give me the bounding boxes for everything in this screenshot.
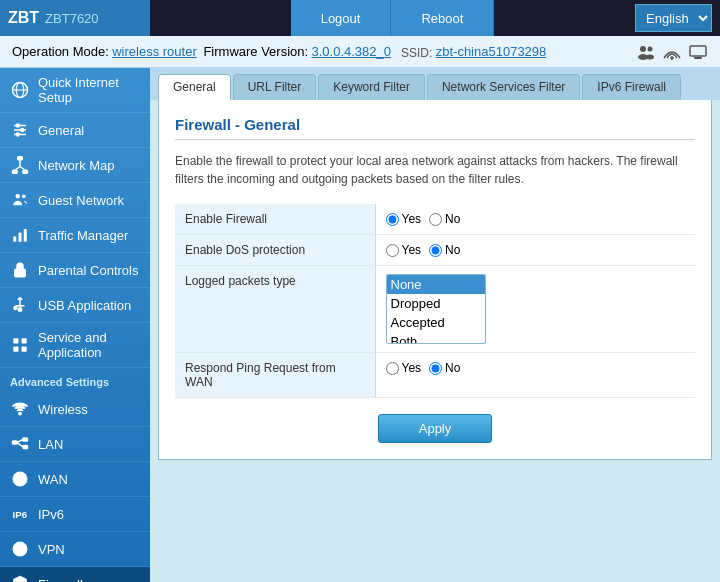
apply-button[interactable]: Apply <box>378 414 493 443</box>
svg-line-21 <box>20 167 25 171</box>
logo-model: ZBT7620 <box>45 11 98 26</box>
reboot-button[interactable]: Reboot <box>391 0 494 36</box>
option-both[interactable]: Both <box>387 332 485 344</box>
logged-packets-select[interactable]: None Dropped Accepted Both <box>386 274 486 344</box>
wan-icon <box>10 469 30 489</box>
sidebar-item-guest-network[interactable]: Guest Network <box>0 183 150 218</box>
svg-line-38 <box>17 440 23 443</box>
sidebar-item-usb-application[interactable]: USB Application <box>0 288 150 323</box>
svg-rect-29 <box>19 308 22 311</box>
svg-rect-16 <box>18 157 23 160</box>
sidebar-item-quick-internet-setup[interactable]: Quick Internet Setup <box>0 68 150 113</box>
ssid-value[interactable]: zbt-china51073298 <box>436 44 547 59</box>
field-value-respond-ping: Yes No <box>375 353 695 398</box>
sidebar-item-label: Wireless <box>38 402 88 417</box>
form-table: Enable Firewall Yes No <box>175 204 695 398</box>
firmware-link[interactable]: 3.0.0.4.382_0 <box>311 44 391 59</box>
enable-firewall-yes[interactable]: Yes <box>386 212 422 226</box>
network-icon <box>10 155 30 175</box>
sidebar-item-label: Service and Application <box>38 330 140 360</box>
svg-point-13 <box>16 124 19 127</box>
dos-protection-no[interactable]: No <box>429 243 460 257</box>
svg-point-34 <box>19 412 21 414</box>
svg-rect-33 <box>22 347 27 352</box>
svg-rect-18 <box>23 170 28 173</box>
svg-rect-36 <box>23 438 28 441</box>
main-layout: Quick Internet Setup General Network Map… <box>0 68 720 582</box>
logout-button[interactable]: Logout <box>291 0 392 36</box>
field-label-respond-ping: Respond Ping Request from WAN <box>175 353 375 398</box>
svg-rect-17 <box>13 170 18 173</box>
info-icons <box>636 44 708 60</box>
enable-firewall-radio-group: Yes No <box>386 212 686 226</box>
enable-firewall-no[interactable]: No <box>429 212 460 226</box>
dos-protection-radio-group: Yes No <box>386 243 686 257</box>
svg-point-28 <box>14 307 17 310</box>
option-accepted[interactable]: Accepted <box>387 313 485 332</box>
operation-mode-link[interactable]: wireless router <box>112 44 197 59</box>
svg-rect-31 <box>22 338 27 343</box>
top-bar: ZBT ZBT7620 Logout Reboot English <box>0 0 720 36</box>
firewall-icon <box>10 574 30 582</box>
lan-icon <box>10 434 30 454</box>
table-row-dos-protection: Enable DoS protection Yes No <box>175 235 695 266</box>
sidebar-item-general[interactable]: General <box>0 113 150 148</box>
sidebar-item-firewall[interactable]: Firewall <box>0 567 150 582</box>
language-select[interactable]: English <box>635 4 712 32</box>
svg-rect-27 <box>15 269 26 277</box>
sidebar-item-wan[interactable]: WAN <box>0 462 150 497</box>
users-icon <box>636 44 656 60</box>
option-none[interactable]: None <box>387 275 485 294</box>
tab-ipv6-firewall[interactable]: IPv6 Firewall <box>582 74 681 100</box>
svg-line-39 <box>17 443 23 448</box>
sidebar-item-label: General <box>38 123 84 138</box>
sidebar-item-network-map[interactable]: Network Map <box>0 148 150 183</box>
panel-title: Firewall - General <box>175 116 695 140</box>
respond-ping-yes[interactable]: Yes <box>386 361 422 375</box>
svg-point-3 <box>646 54 654 59</box>
sidebar-item-service-and-application[interactable]: Service and Application <box>0 323 150 368</box>
svg-point-15 <box>16 133 19 136</box>
sidebar-item-vpn[interactable]: VPN <box>0 532 150 567</box>
tab-general[interactable]: General <box>158 74 231 100</box>
field-value-dos-protection: Yes No <box>375 235 695 266</box>
respond-ping-no[interactable]: No <box>429 361 460 375</box>
vpn-icon <box>10 539 30 559</box>
usb-icon <box>10 295 30 315</box>
top-nav: Logout Reboot <box>150 0 635 36</box>
svg-rect-35 <box>13 441 18 444</box>
svg-text:IP6: IP6 <box>13 509 28 520</box>
dos-protection-yes[interactable]: Yes <box>386 243 422 257</box>
ipv6-icon: IP6 <box>10 504 30 524</box>
enable-firewall-no-radio[interactable] <box>429 213 442 226</box>
svg-point-23 <box>22 194 26 198</box>
sidebar-item-traffic-manager[interactable]: Traffic Manager <box>0 218 150 253</box>
respond-ping-yes-radio[interactable] <box>386 362 399 375</box>
sidebar: Quick Internet Setup General Network Map… <box>0 68 150 582</box>
option-dropped[interactable]: Dropped <box>387 294 485 313</box>
sidebar-item-wireless[interactable]: Wireless <box>0 392 150 427</box>
table-row-enable-firewall: Enable Firewall Yes No <box>175 204 695 235</box>
sidebar-item-parental-controls[interactable]: Parental Controls <box>0 253 150 288</box>
tab-keyword-filter[interactable]: Keyword Filter <box>318 74 425 100</box>
respond-ping-no-radio[interactable] <box>429 362 442 375</box>
people-icon <box>10 190 30 210</box>
tab-network-services-filter[interactable]: Network Services Filter <box>427 74 580 100</box>
enable-firewall-yes-radio[interactable] <box>386 213 399 226</box>
content-panel: Firewall - General Enable the firewall t… <box>158 100 712 460</box>
content-area: General URL Filter Keyword Filter Networ… <box>150 68 720 582</box>
sidebar-item-label: VPN <box>38 542 65 557</box>
dos-protection-no-radio[interactable] <box>429 244 442 257</box>
dos-protection-yes-radio[interactable] <box>386 244 399 257</box>
table-row-logged-packets: Logged packets type None Dropped Accepte… <box>175 266 695 353</box>
signal-icon <box>662 44 682 60</box>
sidebar-item-label: Guest Network <box>38 193 124 208</box>
panel-description: Enable the firewall to protect your loca… <box>175 152 695 188</box>
field-label-enable-firewall: Enable Firewall <box>175 204 375 235</box>
tab-url-filter[interactable]: URL Filter <box>233 74 317 100</box>
sliders-icon <box>10 120 30 140</box>
tabs-bar: General URL Filter Keyword Filter Networ… <box>150 68 720 100</box>
sidebar-item-lan[interactable]: LAN <box>0 427 150 462</box>
sidebar-item-ipv6[interactable]: IP6 IPv6 <box>0 497 150 532</box>
table-row-respond-ping: Respond Ping Request from WAN Yes No <box>175 353 695 398</box>
